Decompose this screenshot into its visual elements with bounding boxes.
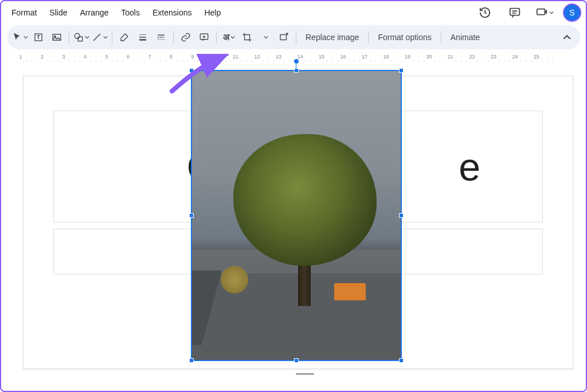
menubar: Format Slide Arrange Tools Extensions He…	[1, 1, 586, 24]
add-comment-icon[interactable]	[195, 29, 213, 46]
toolbar: अ Replace image Format options Animate	[7, 25, 580, 49]
menu-help[interactable]: Help	[198, 5, 226, 21]
reset-image-icon[interactable]	[275, 29, 292, 46]
replace-image-button[interactable]: Replace image	[300, 29, 365, 46]
toolbar-divider	[296, 31, 296, 44]
resize-handle-mr[interactable]	[399, 213, 404, 218]
collapse-toolbar-icon[interactable]	[558, 29, 576, 46]
translate-icon[interactable]: अ	[220, 29, 237, 46]
resize-handle-tr[interactable]	[399, 68, 404, 73]
svg-rect-3	[537, 9, 545, 15]
toolbar-divider	[69, 31, 69, 44]
crop-icon[interactable]	[238, 29, 256, 46]
svg-rect-0	[510, 9, 520, 15]
menubar-left: Format Slide Arrange Tools Extensions He…	[6, 5, 226, 21]
avatar[interactable]: S	[563, 3, 581, 22]
menu-extensions[interactable]: Extensions	[147, 5, 197, 21]
rotate-handle[interactable]	[294, 58, 299, 64]
menubar-right: S	[473, 1, 581, 24]
toolbar-divider	[216, 31, 217, 44]
link-icon[interactable]	[177, 29, 194, 46]
svg-point-7	[75, 33, 80, 38]
image-tool-icon[interactable]	[48, 29, 65, 46]
speaker-notes-handle[interactable]	[296, 373, 314, 375]
toolbar-divider	[173, 31, 174, 44]
resize-handle-ml[interactable]	[189, 213, 194, 218]
svg-rect-19	[280, 35, 287, 40]
menu-format[interactable]: Format	[6, 5, 42, 21]
canvas-area[interactable]: C e	[7, 64, 580, 379]
resize-handle-bl[interactable]	[189, 358, 194, 363]
menu-slide[interactable]: Slide	[44, 5, 73, 21]
selected-image[interactable]	[191, 70, 402, 361]
resize-handle-tl[interactable]	[189, 68, 194, 73]
menu-arrange[interactable]: Arrange	[74, 5, 114, 21]
mask-icon[interactable]	[257, 29, 274, 46]
select-tool-icon[interactable]	[11, 29, 29, 46]
resize-handle-bm[interactable]	[294, 358, 299, 363]
menu-tools[interactable]: Tools	[115, 5, 146, 21]
shape-tool-icon[interactable]	[73, 29, 90, 46]
line-tool-icon[interactable]	[91, 29, 108, 46]
resize-handle-br[interactable]	[399, 358, 404, 363]
toolbar-divider	[441, 31, 441, 44]
svg-rect-8	[78, 37, 83, 41]
image-content	[192, 71, 401, 360]
border-dash-icon[interactable]	[152, 29, 170, 46]
resize-handle-tm[interactable]	[294, 68, 299, 73]
textbox-tool-icon[interactable]	[30, 29, 47, 46]
border-color-icon[interactable]	[116, 29, 133, 46]
format-options-button[interactable]: Format options	[372, 29, 437, 46]
slide[interactable]: C e	[23, 76, 573, 369]
svg-line-9	[93, 34, 100, 41]
toolbar-divider	[368, 31, 369, 44]
animate-button[interactable]: Animate	[445, 29, 486, 46]
present-icon[interactable]	[533, 1, 556, 24]
toolbar-divider	[112, 31, 112, 44]
border-weight-icon[interactable]	[134, 29, 151, 46]
title-text-right: e	[459, 144, 480, 189]
comment-icon[interactable]	[503, 1, 526, 24]
history-icon[interactable]	[473, 1, 496, 24]
